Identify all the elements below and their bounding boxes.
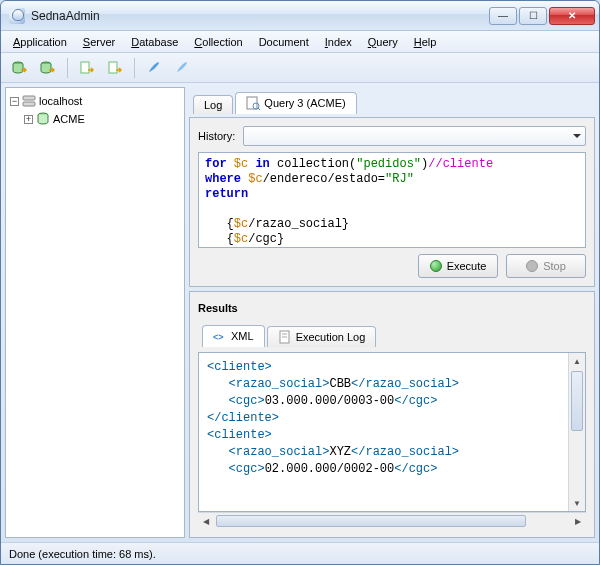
menu-index[interactable]: Index: [319, 34, 358, 50]
titlebar: SednaAdmin — ☐ ✕: [1, 1, 599, 31]
maximize-button[interactable]: ☐: [519, 7, 547, 25]
tree-root-label: localhost: [39, 95, 82, 107]
tab-log[interactable]: Log: [193, 95, 233, 114]
database-icon: [36, 112, 50, 126]
xml-icon: <>: [213, 329, 227, 343]
db-export-icon[interactable]: [37, 57, 59, 79]
scroll-up-icon[interactable]: ▲: [569, 353, 585, 369]
scroll-thumb[interactable]: [216, 515, 526, 527]
toolbar-separator: [67, 58, 68, 78]
menu-help[interactable]: Help: [408, 34, 443, 50]
query-panel: History: for $c in collection("pedidos")…: [189, 117, 595, 287]
scroll-left-icon[interactable]: ◀: [198, 517, 214, 526]
scroll-right-icon[interactable]: ▶: [570, 517, 586, 526]
results-body: <cliente> <razao_social>CBB</razao_socia…: [198, 352, 586, 512]
scroll-thumb[interactable]: [571, 371, 583, 431]
tree-db[interactable]: + ACME: [10, 110, 180, 128]
brush2-icon[interactable]: [171, 57, 193, 79]
tab-query-label: Query 3 (ACME): [264, 97, 345, 109]
tab-xml[interactable]: <> XML: [202, 325, 265, 347]
java-cup-icon: [9, 8, 25, 24]
stop-icon: [526, 260, 538, 272]
stop-label: Stop: [543, 260, 566, 272]
horizontal-scrollbar[interactable]: ◀ ▶: [198, 512, 586, 529]
menu-server[interactable]: Server: [77, 34, 121, 50]
body: − localhost + ACME Log Query 3 (ACME): [1, 83, 599, 542]
svg-rect-3: [109, 62, 117, 73]
svg-text:<>: <>: [213, 332, 224, 342]
expand-icon[interactable]: +: [24, 115, 33, 124]
tab-xml-label: XML: [231, 330, 254, 342]
collapse-icon[interactable]: −: [10, 97, 19, 106]
results-content[interactable]: <cliente> <razao_social>CBB</razao_socia…: [199, 353, 568, 511]
menu-application[interactable]: Application: [7, 34, 73, 50]
tab-log-label: Log: [204, 99, 222, 111]
execute-label: Execute: [447, 260, 487, 272]
tab-exec-label: Execution Log: [296, 331, 366, 343]
log-icon: [278, 330, 292, 344]
main-tabs: Log Query 3 (ACME): [189, 87, 595, 113]
tree-root[interactable]: − localhost: [10, 92, 180, 110]
statusbar: Done (execution time: 68 ms).: [1, 542, 599, 564]
query-tab-icon: [246, 96, 260, 110]
stop-button[interactable]: Stop: [506, 254, 586, 278]
server-icon: [22, 94, 36, 108]
menu-query[interactable]: Query: [362, 34, 404, 50]
scroll-down-icon[interactable]: ▼: [569, 495, 585, 511]
history-label: History:: [198, 130, 235, 142]
app-window: SednaAdmin — ☐ ✕ ApplicationServerDataba…: [0, 0, 600, 565]
history-combo[interactable]: [243, 126, 586, 146]
toolbar-separator: [134, 58, 135, 78]
tab-execution-log[interactable]: Execution Log: [267, 326, 377, 347]
status-text: Done (execution time: 68 ms).: [9, 548, 156, 560]
minimize-button[interactable]: —: [489, 7, 517, 25]
results-title: Results: [198, 300, 586, 316]
svg-rect-4: [23, 96, 35, 100]
doc-export-icon[interactable]: [104, 57, 126, 79]
window-title: SednaAdmin: [31, 9, 489, 23]
close-button[interactable]: ✕: [549, 7, 595, 25]
execute-icon: [430, 260, 442, 272]
menu-collection[interactable]: Collection: [188, 34, 248, 50]
tree-panel[interactable]: − localhost + ACME: [5, 87, 185, 538]
tab-query[interactable]: Query 3 (ACME): [235, 92, 356, 114]
menu-database[interactable]: Database: [125, 34, 184, 50]
vertical-scrollbar[interactable]: ▲ ▼: [568, 353, 585, 511]
svg-rect-5: [23, 102, 35, 106]
results-panel: Results <> XML Execution Log <cliente> <…: [189, 291, 595, 538]
menubar: ApplicationServerDatabaseCollectionDocum…: [1, 31, 599, 53]
brush-icon[interactable]: [143, 57, 165, 79]
db-import-icon[interactable]: [9, 57, 31, 79]
tree-db-label: ACME: [53, 113, 85, 125]
menu-document[interactable]: Document: [253, 34, 315, 50]
toolbar: [1, 53, 599, 83]
query-editor[interactable]: for $c in collection("pedidos")//cliente…: [198, 152, 586, 248]
execute-button[interactable]: Execute: [418, 254, 498, 278]
doc-import-icon[interactable]: [76, 57, 98, 79]
right-pane: Log Query 3 (ACME) History: for $c in co…: [189, 87, 595, 538]
svg-rect-2: [81, 62, 89, 73]
